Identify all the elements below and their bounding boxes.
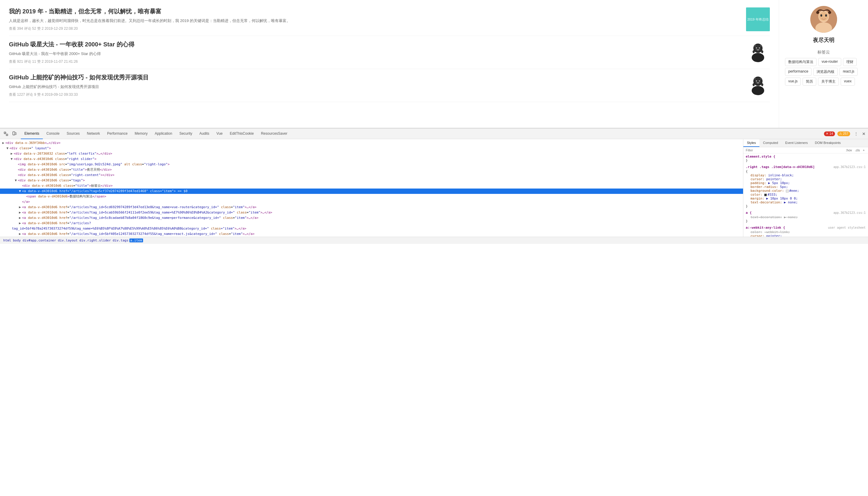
main-content: 2019 年终总结 我的 2019 年 - 当勤精进，但念无常，何以解忧，唯有暴…	[0, 0, 779, 128]
css-rule-element-style: element.style { }	[746, 155, 866, 162]
tag-item[interactable]: vue.js	[785, 78, 801, 86]
svg-point-23	[828, 11, 831, 14]
devtools-tab-audits[interactable]: Audits	[196, 128, 213, 139]
devtools-tab-resourcessaver[interactable]: ResourcesSaver	[257, 128, 291, 139]
breadcrumb-item[interactable]: div.tags	[112, 238, 129, 242]
breadcrumb-item[interactable]: html	[2, 238, 12, 242]
avatar	[810, 6, 837, 33]
svg-point-7	[760, 45, 762, 47]
elements-line[interactable]: ▶<a data-v-d43010d6 href="/articles?	[0, 221, 743, 226]
tag-item[interactable]: performance	[785, 68, 811, 76]
devtools-tab-editthiscookie[interactable]: EditThisCookie	[227, 128, 258, 139]
styles-filter-input[interactable]	[746, 149, 845, 152]
article-text: GitHub 上能挖矿的神仙技巧 - 如何发现优秀开源项目 GitHub 上能挖…	[9, 74, 770, 97]
devtools-tab-elements[interactable]: Elements	[21, 128, 43, 139]
elements-line[interactable]: ▶<a data-v-d43010d6 href="/articles?tag_…	[0, 231, 743, 237]
devtools-tab-sources[interactable]: Sources	[63, 128, 83, 139]
elements-line[interactable]: <div data-v-d43010d6 class="right-conten…	[0, 172, 743, 178]
article-text: 我的 2019 年 - 当勤精进，但念无常，何以解忧，唯有暴富 人就是这样，越长…	[9, 7, 770, 31]
breadcrumb: html body div#app.container div.layout d…	[0, 237, 868, 244]
article-item: GitHub 吸星大法 - 一年收获 2000+ Star 的心得 GitHub…	[9, 36, 770, 69]
breadcrumb-item[interactable]: body	[12, 238, 22, 242]
devtools-tab-security[interactable]: Security	[176, 128, 196, 139]
article-title[interactable]: GitHub 吸星大法 - 一年收获 2000+ Star 的心得	[9, 41, 770, 48]
breadcrumb-item[interactable]: div.right.slider	[79, 238, 112, 242]
tag-item[interactable]: 数据结构与算法	[785, 58, 817, 66]
elements-line[interactable]: <img data-v-d43010d6 src="img/userLogo.9…	[0, 162, 743, 167]
close-devtools-icon[interactable]: ✕	[862, 131, 866, 136]
tags-section: 标签云 数据结构与算法vue-router理财performance浏览器内核r…	[785, 50, 862, 86]
elements-line[interactable]: tag_id=5bf4b78a245730373274df59&tag_name…	[0, 226, 743, 231]
styles-tab-styles[interactable]: Styles	[743, 139, 759, 147]
warn-badge: ⚠ 257	[837, 131, 850, 136]
device-icon[interactable]	[11, 130, 18, 137]
article-desc: GitHub 上能挖矿的神仙技巧 - 如何发现优秀开源项目	[9, 84, 770, 90]
svg-point-9	[752, 86, 764, 95]
elements-line[interactable]: ▼<div data-v-d43010d6 class="tags">	[0, 178, 743, 183]
breadcrumb-item[interactable]: div.layout	[57, 238, 79, 242]
elements-line[interactable]: <div data-v-d43010d6 class="title">标签云</…	[0, 183, 743, 188]
article-desc: 人就是这样，越长大，越觉得时间溜得快，时光总是在推着我们前进。又到总结一年成长的…	[9, 18, 770, 24]
tag-item[interactable]: vuex	[841, 78, 855, 86]
css-rule-a: a { app.367b2123.css:1 text-decoration: …	[746, 211, 866, 223]
cls-button[interactable]: .cls	[854, 149, 861, 152]
devtools-tab-performance[interactable]: Performance	[104, 128, 131, 139]
article-text: GitHub 吸星大法 - 一年收获 2000+ Star 的心得 GitHub…	[9, 41, 770, 64]
svg-point-14	[754, 78, 756, 80]
tag-item[interactable]: 关于博主	[818, 78, 839, 86]
svg-rect-25	[6, 134, 8, 136]
devtools-tab-vue[interactable]: Vue	[213, 128, 227, 139]
styles-tab-event-listeners[interactable]: Event Listeners	[782, 139, 811, 147]
svg-point-1	[752, 53, 764, 62]
elements-line[interactable]: ▶<a data-v-d43010d6 href="/articles?tag_…	[0, 205, 743, 210]
devtools-tab-memory[interactable]: Memory	[131, 128, 151, 139]
elements-line[interactable]: ▶<a data-v-d43010d6 href="/articles?tag_…	[0, 210, 743, 215]
elements-line[interactable]: </a>	[0, 199, 743, 205]
tags-cloud: 数据结构与算法vue-router理财performance浏览器内核react…	[785, 58, 862, 86]
user-name: 夜尽天明	[813, 36, 834, 44]
tag-item[interactable]: react.js	[839, 68, 857, 76]
article-meta: 查看 921 评论 11 赞 2 2019-11-07 21:41:26	[9, 59, 770, 64]
svg-point-6	[754, 45, 756, 47]
hov-button[interactable]: :hov	[845, 149, 853, 152]
elements-line[interactable]: <span data-v-d43010d6>数据结构与算法</span>	[0, 194, 743, 199]
styles-tab-computed[interactable]: Computed	[759, 139, 782, 147]
elements-line[interactable]: ▼<a data-v-d43010d6 href="/articles?tag=…	[0, 188, 743, 194]
article-title[interactable]: GitHub 上能挖矿的神仙技巧 - 如何发现优秀开源项目	[9, 74, 770, 81]
page-area: 2019 年终总结 我的 2019 年 - 当勤精进，但念无常，何以解忧，唯有暴…	[0, 0, 868, 128]
breadcrumb-item[interactable]: a.item	[129, 238, 143, 242]
article-desc: GitHub 吸星大法 - 我在一年中收获 2000+ Star 的心得	[9, 51, 770, 57]
css-rule-webkit-any-link: a:-webkit-any-link { user agent styleshe…	[746, 226, 866, 237]
tag-item[interactable]: vue-router	[818, 58, 841, 66]
inspect-icon[interactable]	[2, 130, 10, 137]
error-badge: ✕ 14	[824, 131, 835, 136]
tag-item[interactable]: 理财	[843, 58, 857, 66]
elements-line[interactable]: ▼<div data-v-d43010d6 class="right slide…	[0, 156, 743, 162]
svg-point-22	[816, 11, 819, 14]
article-title[interactable]: 我的 2019 年 - 当勤精进，但念无常，何以解忧，唯有暴富	[9, 7, 770, 15]
tag-item[interactable]: 浏览器内核	[813, 68, 838, 76]
devtools-tab-application[interactable]: Application	[151, 128, 176, 139]
styles-panel: StylesComputedEvent ListenersDOM Breakpo…	[743, 139, 868, 237]
svg-rect-24	[4, 132, 6, 134]
devtools-toolbar: ElementsConsoleSourcesNetworkPerformance…	[0, 128, 868, 139]
css-rule-tags-item: .right .tags .item[data-v-d43010d6] app.…	[746, 165, 866, 208]
svg-rect-30	[15, 133, 16, 135]
elements-panel[interactable]: ▶<div data-v-369f34bb>…</div>▼<div class…	[0, 139, 743, 237]
elements-line[interactable]: ▶<div data-v-20736032 class="left clearf…	[0, 151, 743, 156]
avatar-section: 夜尽天明	[785, 3, 862, 47]
add-style-button[interactable]: +	[862, 149, 866, 152]
devtools-tab-network[interactable]: Network	[83, 128, 104, 139]
elements-line[interactable]: ▼<div class=" layout">	[0, 146, 743, 151]
elements-line[interactable]: ▶<div data-v-369f34bb>…</div>	[0, 140, 743, 146]
devtools-tab-console[interactable]: Console	[43, 128, 63, 139]
elements-line[interactable]: <div data-v-d43010d6 class="title">夜尽天明<…	[0, 167, 743, 172]
tag-item[interactable]: 简历	[803, 78, 816, 86]
elements-line[interactable]: ▶<a data-v-d43010d6 href="/articles?tag_…	[0, 215, 743, 221]
styles-tab-dom-breakpoints[interactable]: DOM Breakpoints	[811, 139, 844, 147]
breadcrumb-item[interactable]: div#app.container	[22, 238, 57, 242]
more-options-icon[interactable]: ⋮	[853, 130, 860, 137]
svg-point-20	[820, 14, 822, 17]
article-item: 2019 年终总结 我的 2019 年 - 当勤精进，但念无常，何以解忧，唯有暴…	[9, 3, 770, 36]
right-sidebar: 夜尽天明 标签云 数据结构与算法vue-router理财performance浏…	[779, 0, 868, 128]
